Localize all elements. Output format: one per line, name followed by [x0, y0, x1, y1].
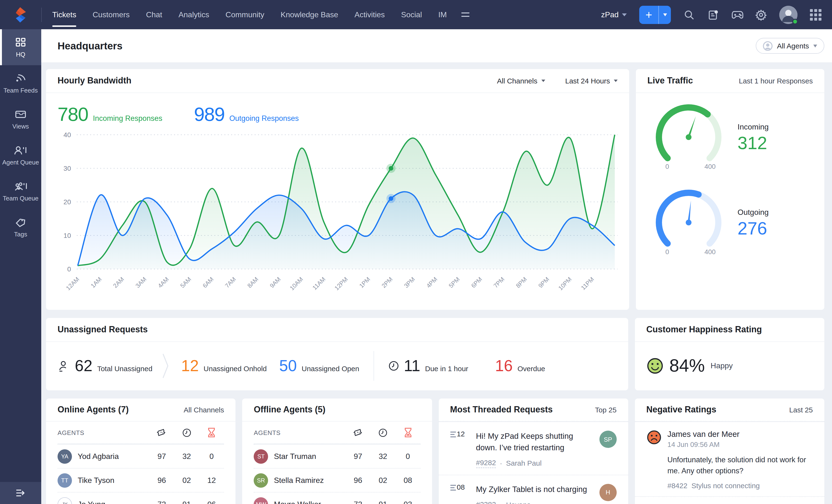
ticket-id[interactable]: #2382	[476, 500, 496, 504]
agent-queue-icon	[14, 145, 27, 155]
hourglass-icon	[199, 428, 224, 437]
apps-grid-icon[interactable]	[810, 9, 822, 20]
rating-timestamp: 14 Jun 09:56 AM	[668, 441, 813, 448]
gauge-value: 276	[737, 219, 769, 239]
svg-text:8AM: 8AM	[246, 276, 259, 289]
happy-face-icon	[646, 357, 664, 374]
svg-text:0: 0	[665, 248, 669, 256]
svg-text:12AM: 12AM	[65, 276, 81, 292]
nav-item-knowledge-base[interactable]: Knowledge Base	[281, 0, 338, 29]
hourly-bandwidth-card: Hourly Bandwidth All Channels Last 24 Ho…	[46, 69, 629, 310]
chevron-separator	[162, 353, 169, 379]
agent-row[interactable]: TT Tike Tyson 96 02 12	[57, 468, 224, 492]
ticket-subject[interactable]: Hi! My zPad Keeps shutting down. I’ve tr…	[476, 431, 594, 454]
channel-filter-dropdown[interactable]: All Channels	[497, 77, 545, 85]
main-content: Headquarters All Agents Hourly Bandwidth	[41, 29, 832, 504]
user-avatar[interactable]	[779, 5, 798, 24]
svg-text:11AM: 11AM	[311, 276, 327, 291]
agent-row[interactable]: MW Mayra Walker 72 91 03	[254, 492, 420, 504]
sidebar-item-agent-queue[interactable]: Agent Queue	[0, 137, 41, 173]
stat-overdue[interactable]: 16 Overdue	[495, 356, 545, 375]
negative-rating-item[interactable]: James van der Meer 14 Jun 09:56 AM Unfor…	[635, 422, 825, 496]
card-title: Unassigned Requests	[57, 325, 148, 335]
product-selector[interactable]: zPad	[601, 10, 627, 19]
sidebar-item-team-feeds[interactable]: Team Feeds	[0, 65, 41, 101]
zylker-logo[interactable]	[0, 6, 41, 23]
add-dropdown-button[interactable]	[658, 5, 671, 24]
stat-unassigned-open[interactable]: 50 Unassigned Open	[279, 356, 359, 375]
agent-row[interactable]: JY Jo Yung 72 91 06	[57, 492, 224, 504]
unassigned-requests-card: Unassigned Requests 62 Total Unassigned	[46, 318, 628, 390]
svg-text:7PM: 7PM	[492, 276, 506, 289]
nav-item-social[interactable]: Social	[401, 0, 422, 29]
settings-gear-icon[interactable]	[755, 9, 767, 20]
gauge-label: Outgoing	[737, 208, 769, 217]
thread-count: 08	[457, 483, 470, 491]
search-icon[interactable]	[683, 9, 695, 20]
svg-text:7AM: 7AM	[224, 276, 237, 289]
feeds-signal-icon	[15, 73, 27, 83]
more-menu-icon[interactable]	[461, 12, 469, 17]
all-agents-filter-button[interactable]: All Agents	[756, 38, 824, 54]
sidebar-item-tags[interactable]: Tags	[0, 209, 41, 245]
svg-text:8PM: 8PM	[515, 276, 528, 289]
customer-happiness-card: Customer Happiness Rating 84% Happy	[635, 318, 824, 390]
svg-text:1AM: 1AM	[89, 276, 103, 289]
svg-text:0: 0	[67, 265, 71, 273]
agent-row[interactable]: YA Yod Agbaria 97 32 0	[57, 444, 224, 468]
feeds-notification-icon[interactable]	[707, 9, 719, 20]
live-traffic-card: Live Traffic Last 1 hour Responses 0400 …	[636, 69, 824, 310]
card-title: Offline Agents (5)	[254, 405, 326, 415]
ticket-id[interactable]: #9282	[476, 458, 496, 468]
card-title: Customer Happiness Rating	[646, 325, 762, 335]
logo-icon	[14, 6, 28, 23]
happiness-label: Happy	[711, 361, 733, 370]
expand-sidebar-button[interactable]	[0, 482, 41, 504]
agent-row[interactable]: SR Stella Ramirez 96 02 08	[254, 468, 420, 492]
outgoing-total-label: Outgoing Responses	[230, 114, 299, 123]
add-button[interactable]: +	[639, 5, 658, 24]
gamescope-icon[interactable]	[731, 9, 743, 20]
ticket-id[interactable]: #8422	[668, 481, 687, 489]
nav-item-tickets[interactable]: Tickets	[52, 0, 76, 29]
nav-item-customers[interactable]: Customers	[93, 0, 130, 29]
negative-rating-item[interactable]: Han Alderan	[635, 496, 825, 504]
nav-divider	[41, 7, 42, 22]
online-agents-card: Online Agents (7) All Channels AGENTS	[46, 398, 236, 504]
card-title: Hourly Bandwidth	[57, 76, 131, 86]
ticket-subject[interactable]: Stylus not connecting	[692, 481, 760, 489]
agent-row[interactable]: ST Star Truman 97 32 0	[254, 444, 420, 468]
svg-text:10AM: 10AM	[288, 276, 304, 292]
svg-text:30: 30	[63, 165, 71, 172]
sidebar-item-views[interactable]: Views	[0, 101, 41, 137]
stat-unassigned-onhold[interactable]: 12 Unassigned Onhold	[181, 356, 267, 375]
chevron-down-icon	[813, 44, 817, 47]
card-title: Most Threaded Requests	[450, 405, 553, 415]
threaded-request-item[interactable]: 08 My Zylker Tablet is not charging #238…	[439, 475, 628, 504]
nav-item-im[interactable]: IM	[438, 0, 447, 29]
chevron-down-icon	[541, 80, 545, 82]
bandwidth-chart[interactable]: 01020304012AM1AM2AM3AM4AM5AM6AM7AM8AM9AM…	[46, 125, 629, 306]
add-split-button[interactable]: +	[639, 5, 671, 24]
stat-due-1-hour[interactable]: 11 Due in 1 hour	[388, 356, 468, 375]
outgoing-total: 989	[194, 104, 225, 125]
time-range-dropdown[interactable]: Last 24 Hours	[565, 77, 618, 85]
nav-item-activities[interactable]: Activities	[355, 0, 385, 29]
ticket-subject[interactable]: My Zylker Tablet is not charging	[476, 484, 594, 495]
chevron-down-icon	[614, 80, 618, 82]
sidebar-label: Team Feeds	[3, 87, 37, 95]
nav-item-chat[interactable]: Chat	[146, 0, 162, 29]
svg-text:2AM: 2AM	[112, 276, 125, 289]
team-queue-icon	[14, 181, 27, 191]
stat-total-unassigned[interactable]: 62 Total Unassigned	[57, 356, 153, 375]
online-agents-filter: All Channels	[184, 406, 224, 414]
threaded-request-item[interactable]: 12 Hi! My zPad Keeps shutting down. I’ve…	[439, 422, 628, 475]
sidebar-item-hq[interactable]: HQ	[0, 29, 41, 65]
requester-name: Havana	[506, 501, 530, 504]
happiness-value: 84%	[669, 355, 705, 376]
svg-text:6AM: 6AM	[201, 276, 215, 289]
avatar: YA	[57, 449, 72, 463]
nav-item-community[interactable]: Community	[226, 0, 264, 29]
nav-item-analytics[interactable]: Analytics	[178, 0, 209, 29]
sidebar-item-team-queue[interactable]: Team Queue	[0, 173, 41, 209]
